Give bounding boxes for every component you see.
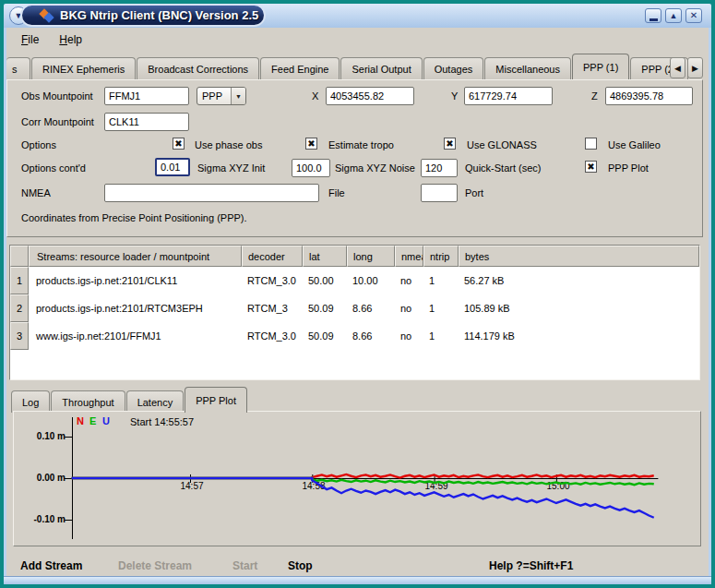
nmea-file-input[interactable] [104, 184, 319, 202]
cell-source: products.igs-ip.net:2101/RTCM3EPH [29, 294, 242, 322]
nmea-port-input[interactable] [421, 184, 458, 202]
cell-bytes: 56.27 kB [459, 267, 699, 294]
nmea-port-label: Port [465, 187, 483, 198]
cell-decoder: RTCM_3.0 [242, 322, 303, 350]
tab-scroll-right-button[interactable]: ▶ [687, 57, 703, 78]
legend-up: U [102, 415, 110, 426]
maximize-icon: ▲ [670, 12, 678, 20]
table-header-row: Streams: resource loader / mountpoint de… [10, 246, 699, 267]
table-row[interactable]: 2 products.igs-ip.net:2101/RTCM3EPH RTCM… [10, 294, 699, 322]
tab-feed-engine[interactable]: Feed Engine [260, 57, 340, 79]
options-label: Options [21, 139, 56, 150]
header-lat[interactable]: lat [303, 246, 347, 267]
y-tick-label: 0.00 m [19, 473, 66, 483]
corr-mountpoint-input[interactable] [104, 113, 189, 131]
arrow-left-icon: ◀ [674, 64, 681, 73]
menu-file[interactable]: File [18, 31, 42, 48]
coord-x-input[interactable] [326, 87, 414, 105]
coord-y-label: Y [451, 90, 458, 102]
sigma-xyz-init-input[interactable] [155, 158, 190, 176]
ppp-plot-label: PPP Plot [608, 162, 649, 174]
plot-start-label: Start 14:55:57 [130, 416, 194, 427]
cell-lat: 50.09 [303, 294, 347, 322]
cell-nmea: no [395, 294, 423, 322]
header-ntrip[interactable]: ntrip [423, 246, 459, 267]
menu-help[interactable]: Help [55, 31, 86, 48]
tab-serial-output[interactable]: Serial Output [340, 57, 422, 79]
ppp-plot-checkbox[interactable] [585, 161, 597, 173]
tab-throughput[interactable]: Throughput [51, 390, 125, 413]
tab-rinex-ephemeris[interactable]: RINEX Ephemeris [31, 57, 136, 79]
use-glonass-label: Use GLONASS [467, 139, 537, 150]
header-decoder[interactable]: decoder [242, 246, 303, 267]
cell-source: www.igs-ip.net:2101/FFMJ1 [29, 322, 242, 350]
cell-bytes: 105.89 kB [459, 294, 699, 322]
coord-z-label: Z [591, 90, 598, 102]
estimate-tropo-checkbox[interactable] [305, 138, 317, 150]
minimize-button[interactable] [645, 8, 661, 23]
start-button[interactable]: Start [232, 559, 257, 572]
x-tick-label: 14:57 [178, 481, 206, 491]
cell-lat: 50.00 [303, 267, 347, 294]
row-number[interactable]: 3 [10, 322, 29, 350]
minimize-icon [649, 18, 658, 21]
tab-broadcast-corrections[interactable]: Broadcast Corrections [137, 57, 259, 79]
header-nmea[interactable]: nmea [395, 246, 423, 267]
combo-dropdown-button[interactable]: ▼ [231, 88, 245, 104]
coord-x-label: X [312, 90, 318, 102]
quick-start-input[interactable] [421, 159, 458, 177]
header-bytes[interactable]: bytes [459, 246, 699, 267]
header-source[interactable]: Streams: resource loader / mountpoint [29, 246, 242, 267]
x-tick-label: 14:59 [423, 481, 450, 491]
table-row[interactable]: 3 www.igs-ip.net:2101/FFMJ1 RTCM_3.0 50.… [10, 322, 699, 350]
top-tab-bar: s RINEX Ephemeris Broadcast Corrections … [6, 57, 689, 79]
tab-outages[interactable]: Outages [423, 57, 484, 79]
bottom-tab-bar: Log Throughput Latency PPP Plot [11, 390, 248, 413]
chevron-down-icon: ▼ [235, 93, 242, 100]
ppp-mode-value: PPP [197, 90, 231, 102]
use-galileo-label: Use Galileo [608, 139, 661, 150]
arrow-right-icon: ▶ [692, 64, 698, 73]
tab-log[interactable]: Log [11, 390, 50, 413]
tab-scroll-left-button[interactable]: ◀ [670, 57, 685, 78]
cell-nmea: no [395, 322, 423, 350]
tab-miscellaneous[interactable]: Miscellaneous [484, 57, 571, 79]
add-stream-button[interactable]: Add Stream [20, 559, 82, 572]
obs-mountpoint-input[interactable] [104, 87, 189, 105]
delete-stream-button[interactable]: Delete Stream [118, 559, 192, 572]
y-tick-label: 0.10 m [19, 431, 66, 441]
coord-z-input[interactable] [605, 87, 693, 105]
x-tick-label: 15:00 [544, 481, 572, 491]
legend-north: N [77, 415, 84, 426]
table-corner-cell [10, 246, 29, 267]
ppp-mode-combobox[interactable]: PPP ▼ [197, 87, 246, 105]
tab-latency[interactable]: Latency [126, 390, 185, 413]
cell-lat: 50.09 [303, 322, 347, 350]
tab-ppp-1[interactable]: PPP (1) [572, 54, 629, 79]
window-bottom-edge [4, 576, 711, 584]
row-number[interactable]: 1 [10, 267, 29, 294]
maximize-button[interactable]: ▲ [665, 8, 682, 23]
use-galileo-checkbox[interactable] [585, 138, 597, 150]
close-button[interactable]: ✕ [685, 8, 702, 23]
coord-y-input[interactable] [464, 87, 553, 105]
header-long[interactable]: long [347, 246, 395, 267]
nmea-file-label: File [328, 187, 345, 198]
app-logo-icon [41, 9, 54, 22]
use-glonass-checkbox[interactable] [444, 138, 456, 150]
close-icon: ✕ [690, 11, 697, 20]
stop-button[interactable]: Stop [288, 559, 313, 572]
sigma-xyz-noise-input[interactable] [292, 159, 330, 177]
cell-long: 8.66 [347, 322, 395, 350]
tab-observations-partial[interactable]: s [6, 57, 30, 79]
cell-decoder: RTCM_3.0 [242, 267, 303, 294]
table-row[interactable]: 1 products.igs-ip.net:2101/CLK11 RTCM_3.… [10, 267, 699, 294]
streams-table: Streams: resource loader / mountpoint de… [9, 245, 700, 380]
tab-ppp-plot[interactable]: PPP Plot [185, 387, 247, 413]
row-number[interactable]: 2 [10, 294, 29, 322]
use-phase-obs-checkbox[interactable] [173, 138, 185, 150]
sigma-xyz-noise-label: Sigma XYZ Noise [335, 162, 415, 174]
titlebar: ▼ BKG Ntrip Client (BNC) Version 2.5 ▲ ✕ [4, 4, 711, 28]
panel-note: Coordinates from Precise Point Positioni… [21, 212, 247, 223]
obs-mountpoint-label: Obs Mountpoint [21, 90, 93, 102]
